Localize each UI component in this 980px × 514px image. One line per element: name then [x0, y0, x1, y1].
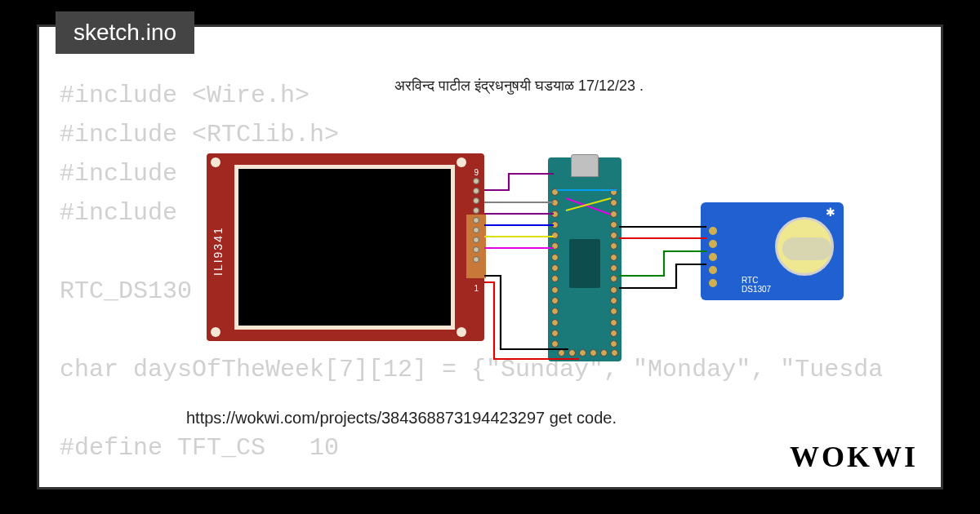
tft-mounting-hole	[211, 157, 220, 167]
note-url: https://wokwi.com/projects/3843688731944…	[186, 409, 617, 428]
component-arduino-nano[interactable]	[548, 157, 621, 361]
tft-pin-marker-9: 9	[474, 168, 479, 177]
tft-mounting-hole	[211, 327, 220, 337]
wire-rtc-scl	[619, 264, 706, 288]
note-title: अरविन्द पाटील इंद्रधनुषयी घडयाळ 17/12/23…	[394, 78, 644, 95]
wokwi-logo: WOKWI	[790, 440, 918, 474]
file-tab[interactable]: sketch.ino	[56, 11, 194, 54]
rtc-pin-header	[709, 227, 717, 287]
tft-chip-label: ILI9341	[212, 226, 225, 276]
preview-frame: #include <Wire.h> #include <RTClib.h> #i…	[37, 24, 943, 490]
tft-screen	[234, 165, 455, 330]
nano-pins-left	[551, 188, 559, 348]
wire-purple	[484, 174, 554, 190]
rtc-coin-battery	[775, 217, 834, 276]
tft-mounting-hole	[457, 157, 466, 167]
tft-pin-header	[473, 178, 479, 263]
wire-rtc-sda	[619, 251, 706, 276]
nano-mcu-chip	[569, 239, 600, 288]
nano-usb-port	[571, 154, 599, 177]
file-tab-label: sketch.ino	[74, 20, 176, 45]
tft-pin-marker-1: 1	[474, 284, 479, 293]
component-rtc-ds1307[interactable]: ✱ RTCDS1307	[701, 202, 844, 300]
rtc-label: RTCDS1307	[742, 276, 771, 294]
circuit-diagram[interactable]: ILI9341 9 1	[207, 153, 876, 374]
nano-pins-bottom	[558, 349, 618, 357]
component-tft-ili9341[interactable]: ILI9341 9 1	[207, 153, 484, 341]
nano-pins-right	[610, 188, 618, 348]
tft-mounting-hole	[457, 327, 466, 337]
adafruit-star-icon: ✱	[826, 206, 835, 219]
